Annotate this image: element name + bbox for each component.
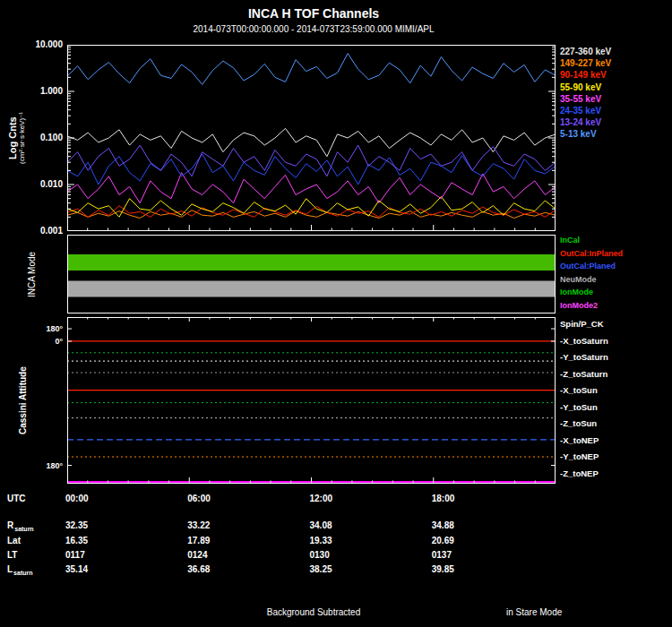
ephemeris-value: 0130 xyxy=(310,550,330,560)
series-line-13-24 keV xyxy=(67,145,556,176)
ephemeris-row-label-sub: saturn xyxy=(14,526,33,532)
series-line-5-13 keV xyxy=(67,54,556,85)
attitude-panel xyxy=(67,317,556,484)
x-tick-label: 06:00 xyxy=(187,494,211,503)
ephemeris-value: 33.22 xyxy=(187,520,210,530)
channel-legend-item: 149-227 keV xyxy=(560,58,611,68)
ephemeris-value: 35.14 xyxy=(65,564,88,574)
ephemeris-value: 19.33 xyxy=(310,536,332,545)
mode-legend-item: InCal xyxy=(560,236,580,245)
series-line-90-149 keV xyxy=(67,206,556,218)
stare-mode-note: in Stare Mode xyxy=(506,607,562,617)
ephemeris-value: 36.68 xyxy=(187,564,210,574)
mode-bar-IonMode xyxy=(67,254,556,271)
ephemeris-value: 20.69 xyxy=(432,536,454,545)
channel-legend-item: 35-55 keV xyxy=(560,94,601,104)
mode-panel xyxy=(67,235,556,314)
series-line-227-360 keV xyxy=(67,128,556,156)
ephemeris-value: 32.35 xyxy=(65,520,88,530)
attitude-legend-item: -X_toSaturn xyxy=(560,336,608,346)
ephemeris-value: 16.35 xyxy=(65,536,88,545)
ephemeris-row-label: Rsaturn xyxy=(7,520,34,530)
ephemeris-value: 0137 xyxy=(432,550,452,560)
x-tick-label: 18:00 xyxy=(432,494,455,503)
channel-legend-item: 24-35 keV xyxy=(560,106,601,116)
channel-legend-item: 90-149 keV xyxy=(560,70,607,80)
attitude-ytick-label: 180° xyxy=(27,324,63,333)
counts-y-axis-title: Log Cnts xyxy=(7,45,18,231)
utc-axis-label: UTC xyxy=(7,494,26,503)
ephemeris-row-label: Lsaturn xyxy=(7,564,33,574)
counts-ytick-label: 1.000 xyxy=(23,86,63,96)
mode-legend-item: IonMode xyxy=(560,288,593,296)
series-line-24-35 keV xyxy=(67,154,556,185)
ephemeris-row-label: LT xyxy=(7,550,17,560)
mode-legend-item: OutCal:Planed xyxy=(560,262,616,271)
counts-ytick-label: 0.001 xyxy=(23,226,63,236)
ephemeris-value: 17.89 xyxy=(187,536,210,545)
attitude-ytick-label: 0° xyxy=(27,337,63,346)
counts-ytick-label: 0.100 xyxy=(23,133,63,142)
attitude-legend-item: -Y_toNEP xyxy=(560,451,599,461)
inca-tof-plot-screen: INCA H TOF Channels 2014-073T00:00:00.00… xyxy=(0,0,672,627)
mode-frame xyxy=(68,236,556,314)
x-tick-label: 12:00 xyxy=(310,494,333,503)
channel-legend-item: 13-24 keV xyxy=(560,117,601,127)
ephemeris-value: 38.25 xyxy=(310,564,332,574)
attitude-legend-item: -Z_toSaturn xyxy=(560,369,607,379)
attitude-legend-item: -X_toSun xyxy=(560,385,598,395)
mode-y-axis-title: INCA Mode xyxy=(27,235,37,314)
attitude-ytick-label: 180° xyxy=(27,461,63,470)
mode-y-axis-label: INCA Mode xyxy=(27,235,37,314)
ephemeris-value: 0117 xyxy=(65,550,85,560)
series-line-149-227 keV xyxy=(67,210,556,219)
mode-legend-item: NeuMode xyxy=(560,275,597,284)
attitude-legend-item: -Y_toSaturn xyxy=(560,352,608,362)
counts-panel xyxy=(67,45,556,231)
mode-legend-item: OutCal:InPlaned xyxy=(560,249,623,258)
ephemeris-row-label-sub: saturn xyxy=(13,570,32,576)
channel-legend-item: 55-90 keV xyxy=(560,82,601,92)
attitude-legend-item: -Y_toSun xyxy=(560,402,598,412)
counts-ytick-label: 0.010 xyxy=(23,179,63,189)
attitude-legend-item: -X_toNEP xyxy=(560,435,599,445)
ephemeris-row-label: Lat xyxy=(7,536,21,545)
attitude-legend-item: -Z_toNEP xyxy=(560,468,599,478)
mode-legend-item: IonMode2 xyxy=(560,301,598,310)
ephemeris-value: 34.08 xyxy=(310,520,332,530)
channel-legend-item: 5-13 keV xyxy=(560,129,597,139)
plot-title: INCA H TOF Channels xyxy=(0,6,627,21)
ephemeris-value: 34.88 xyxy=(432,520,454,530)
channel-legend-item: 227-360 keV xyxy=(560,47,611,56)
attitude-legend-item: Spin/P_CK xyxy=(560,319,604,329)
mode-bar-NeuMode xyxy=(67,281,556,297)
ephemeris-value: 39.85 xyxy=(432,564,454,574)
attitude-legend-item: -Z_toSun xyxy=(560,418,597,428)
attitude-frame xyxy=(68,318,556,484)
plot-time-range: 2014-073T00:00:00.000 - 2014-073T23:59:0… xyxy=(0,24,627,34)
counts-ytick-label: 10.000 xyxy=(23,39,63,49)
series-line-35-55 keV xyxy=(67,173,556,203)
ephemeris-value: 0124 xyxy=(187,550,207,560)
x-tick-label: 00:00 xyxy=(65,494,89,503)
